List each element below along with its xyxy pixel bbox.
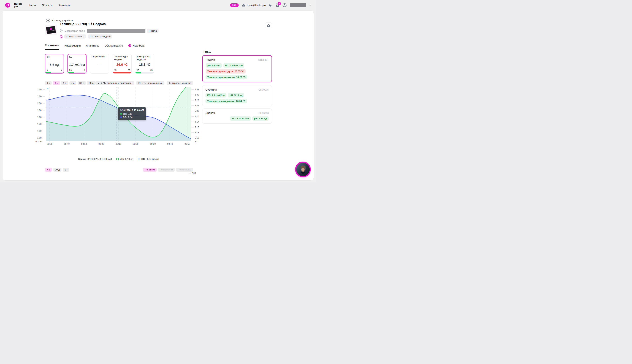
svg-text:мС/см: мС/см [36, 140, 42, 143]
metric-progress-bar [68, 72, 86, 73]
navbar: fluids pro. КартаОбъектыКомпании PRO tea… [0, 0, 316, 10]
device-badges: EC: 2.81 мС/смpH: 5.18 едТемпература жид… [206, 93, 269, 103]
metric-card-потребление[interactable]: Потребление— [90, 54, 109, 74]
tick-value: 100 [192, 172, 196, 174]
range-1-ч[interactable]: 1 ч [45, 81, 52, 85]
history-range-30-д[interactable]: 30 д [53, 168, 62, 172]
hint-text: перемещение [148, 82, 162, 84]
svg-text:5.33: 5.33 [195, 88, 199, 91]
device-badges: pH: 5.62 едEC: 1.65 мС/смТемпература воз… [206, 63, 268, 79]
svg-text:5.25: 5.25 [195, 104, 199, 107]
metric-range-min: 0.5 [69, 69, 72, 71]
group-по-месяцам[interactable]: По месяцам [176, 168, 193, 172]
account-menu-chevron[interactable] [309, 4, 311, 6]
gear-icon [267, 24, 270, 28]
svg-text:5.20: 5.20 [195, 115, 199, 118]
svg-text:1.20: 1.20 [37, 130, 42, 132]
svg-text:2.40: 2.40 [37, 88, 42, 91]
account-button[interactable] [282, 3, 286, 7]
metric-card-ec[interactable]: EC1.7 мС/см0.54 [68, 54, 86, 74]
sensor-badge: Температура жидкости: 20.34 °C [206, 99, 247, 103]
nav-link[interactable]: Компании [58, 4, 70, 6]
metric-value: — [90, 63, 109, 66]
metric-value: 5.6 ед [45, 63, 64, 67]
group-по-неделям[interactable]: По неделям [158, 168, 175, 172]
range-90-д[interactable]: 90 д [87, 81, 95, 85]
dark-mode-toggle[interactable] [269, 3, 272, 7]
tab-обслуживание[interactable]: Обслуживание [104, 44, 123, 50]
person-icon [282, 3, 286, 7]
metric-card-температура-воздуха[interactable]: Температура воздуха26.6 °C1525 [112, 54, 132, 74]
sensor-badge: EC: 2.81 мС/см [206, 93, 226, 98]
legend-value: 5.19 ед [125, 158, 133, 160]
pro-badge: PRO [230, 3, 239, 7]
series-dot [120, 116, 122, 118]
metric-range-max: 7 [61, 69, 62, 71]
device-photo [45, 25, 57, 35]
history-range-1-г[interactable]: 1 г [63, 168, 69, 172]
device-code: GH00005 [258, 88, 269, 91]
legend-item-ec[interactable]: EC:1.64 мС/см [138, 158, 159, 160]
svg-text:5.17: 5.17 [195, 120, 199, 123]
tooltip-rows: pH:5.19EC:1.64 [120, 112, 144, 118]
mail-icon [242, 4, 245, 6]
notification-count-badge: 2 [278, 2, 281, 5]
metric-card-ph[interactable]: pH5.6 ед57 [45, 54, 64, 74]
nav-links: КартаОбъектыКомпании [29, 4, 70, 6]
brand-name: fluids [14, 3, 22, 5]
svg-text:08:40: 08:40 [64, 143, 70, 145]
svg-text:1.00: 1.00 [37, 137, 42, 139]
sensor-badge: EC: 1.65 мС/см [224, 63, 244, 68]
range-1-д[interactable]: 1 д [61, 81, 68, 85]
username-redacted [290, 3, 306, 7]
metric-range-max: 25 [128, 69, 130, 71]
nav-link[interactable]: Объекты [42, 4, 52, 6]
next-chart-axis-tick: 100 [188, 172, 196, 174]
tooltip-time: 3/10/2026, 9:15:00 AM [120, 109, 144, 112]
sensor-badge: pH: 6.14 ед [252, 116, 269, 121]
tooltip-series-label: pH: [123, 112, 127, 115]
legend-label: pH: [120, 158, 124, 160]
group-по-дням[interactable]: По дням [143, 168, 156, 172]
usage-badge: 0.00 л за 24 часа [64, 34, 86, 38]
device-card-субстрат[interactable]: СубстратGH00005EC: 2.81 мС/смpH: 5.18 ед… [202, 85, 272, 106]
sensor-badge: pH: 5.62 ед [206, 63, 222, 68]
sensor-badge: EC: 4.79 мС/см [230, 116, 251, 121]
chart[interactable]: 08:3008:4008:5009:0009:1009:2009:3009:40… [31, 86, 204, 148]
tab-состояние[interactable]: Состояние [45, 44, 59, 50]
legend-swatch [138, 158, 140, 160]
range-30-д[interactable]: 30 д [78, 81, 86, 85]
page: fluids pro. КартаОбъектыКомпании PRO tea… [0, 0, 316, 182]
history-range-7-д[interactable]: 7 д [45, 168, 52, 172]
metric-card-температура-жидкости[interactable]: Температура жидкости18.3 °C1525 [135, 54, 154, 74]
device-card-подача[interactable]: ПодачаGH00004pH: 5.62 едEC: 1.65 мС/смТе… [202, 55, 272, 82]
water-drop-icon [60, 34, 63, 38]
svg-text:09:30: 09:30 [150, 143, 156, 145]
legend-item-ph[interactable]: pH:5.19 ед [116, 158, 133, 160]
device-card-дренаж[interactable]: ДренажGH00006EC: 4.79 мС/смpH: 6.14 ед [202, 108, 272, 124]
metric-progress-bar [135, 72, 154, 73]
brand-logo[interactable]: fluids pro. [5, 2, 22, 8]
history-range-buttons: 7 д30 д1 г [45, 168, 69, 172]
metric-range-min: 15 [137, 69, 139, 71]
svg-text:09:10: 09:10 [116, 143, 121, 145]
svg-text:2.20: 2.20 [37, 95, 42, 98]
metric-value: 1.7 мС/см [68, 63, 86, 67]
settings-button[interactable] [265, 22, 272, 29]
chart-hint-1: +выделить и приблизить [95, 81, 134, 85]
tab-heartbeat[interactable]: Heartbeat [128, 44, 144, 50]
tab-аналитика[interactable]: Аналитика [86, 44, 99, 50]
map-pin-icon [60, 29, 63, 33]
tab-информация[interactable]: Информация [64, 44, 81, 50]
brand-divider [12, 2, 12, 8]
assistant-avatar-button[interactable] [295, 162, 311, 177]
email-link[interactable]: team@fluids.pro [242, 4, 266, 6]
nav-link[interactable]: Карта [29, 4, 36, 6]
chart-tooltip: 3/10/2026, 9:15:00 AM pH:5.19EC:1.64 [118, 107, 146, 120]
notifications-button[interactable]: 2 [276, 4, 279, 7]
tab-label: Аналитика [86, 44, 99, 47]
range-6-ч[interactable]: 6 ч [53, 81, 60, 85]
hint-text: скролл - масштаб [172, 82, 191, 84]
chart-canvas[interactable]: 08:3008:4008:5009:0009:1009:2009:3009:40… [31, 86, 204, 148]
range-7-д[interactable]: 7 д [70, 81, 76, 85]
